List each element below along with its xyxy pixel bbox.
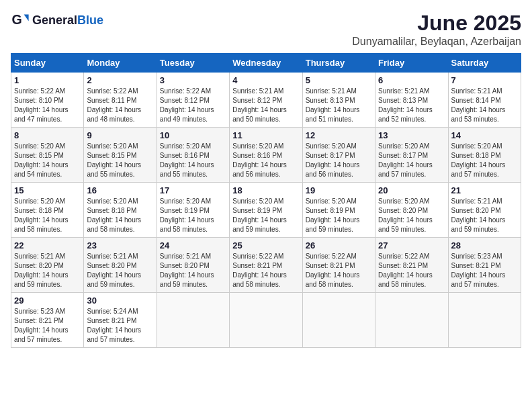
- calendar-header-row: Sunday Monday Tuesday Wednesday Thursday…: [11, 54, 521, 73]
- table-row: [448, 293, 521, 348]
- daylight-text: Daylight: 14 hours and 58 minutes.: [160, 216, 214, 233]
- sunrise-text: Sunrise: 5:22 AM: [306, 253, 357, 260]
- sunrise-text: Sunrise: 5:23 AM: [14, 308, 65, 315]
- day-number: 16: [87, 185, 153, 195]
- sunset-text: Sunset: 8:16 PM: [160, 152, 210, 159]
- sunset-text: Sunset: 8:17 PM: [378, 152, 428, 159]
- sunset-text: Sunset: 8:21 PM: [378, 262, 428, 269]
- sunrise-text: Sunrise: 5:20 AM: [160, 142, 211, 150]
- day-number: 17: [160, 185, 226, 195]
- table-row: 3 Sunrise: 5:22 AM Sunset: 8:12 PM Dayli…: [157, 73, 229, 128]
- day-info: Sunrise: 5:21 AM Sunset: 8:20 PM Dayligh…: [160, 252, 226, 289]
- table-row: [375, 293, 448, 348]
- table-row: 26 Sunrise: 5:22 AM Sunset: 8:21 PM Dayl…: [302, 238, 375, 293]
- sunrise-text: Sunrise: 5:21 AM: [14, 253, 65, 260]
- table-row: 25 Sunrise: 5:22 AM Sunset: 8:21 PM Dayl…: [230, 238, 302, 293]
- sunset-text: Sunset: 8:12 PM: [232, 97, 282, 104]
- day-number: 11: [232, 130, 299, 140]
- table-row: 19 Sunrise: 5:20 AM Sunset: 8:19 PM Dayl…: [302, 183, 375, 238]
- daylight-text: Daylight: 14 hours and 58 minutes.: [378, 271, 433, 288]
- day-info: Sunrise: 5:20 AM Sunset: 8:17 PM Dayligh…: [306, 142, 372, 179]
- sunrise-text: Sunrise: 5:22 AM: [87, 87, 138, 95]
- sunset-text: Sunset: 8:13 PM: [378, 97, 428, 104]
- sunrise-text: Sunrise: 5:20 AM: [378, 197, 429, 205]
- sunset-text: Sunset: 8:12 PM: [160, 97, 210, 104]
- svg-marker-1: [24, 15, 29, 21]
- sunrise-text: Sunrise: 5:22 AM: [14, 87, 65, 95]
- day-info: Sunrise: 5:20 AM Sunset: 8:20 PM Dayligh…: [378, 197, 445, 234]
- day-info: Sunrise: 5:20 AM Sunset: 8:15 PM Dayligh…: [87, 142, 153, 179]
- calendar-week-row: 15 Sunrise: 5:20 AM Sunset: 8:18 PM Dayl…: [11, 183, 521, 238]
- sunset-text: Sunset: 8:10 PM: [14, 97, 64, 104]
- table-row: 30 Sunrise: 5:24 AM Sunset: 8:21 PM Dayl…: [84, 293, 157, 348]
- table-row: 18 Sunrise: 5:20 AM Sunset: 8:19 PM Dayl…: [230, 183, 302, 238]
- day-number: 3: [160, 75, 226, 85]
- table-row: 5 Sunrise: 5:21 AM Sunset: 8:13 PM Dayli…: [302, 73, 375, 128]
- sunrise-text: Sunrise: 5:24 AM: [87, 308, 138, 315]
- sunrise-text: Sunrise: 5:21 AM: [451, 87, 502, 95]
- logo: G GeneralBlue: [11, 11, 103, 30]
- daylight-text: Daylight: 14 hours and 59 minutes.: [160, 271, 214, 288]
- day-info: Sunrise: 5:21 AM Sunset: 8:20 PM Dayligh…: [451, 197, 518, 234]
- sunset-text: Sunset: 8:20 PM: [14, 262, 64, 269]
- sunrise-text: Sunrise: 5:20 AM: [306, 197, 357, 205]
- sunrise-text: Sunrise: 5:20 AM: [87, 142, 138, 150]
- day-info: Sunrise: 5:21 AM Sunset: 8:13 PM Dayligh…: [306, 87, 372, 124]
- day-info: Sunrise: 5:23 AM Sunset: 8:21 PM Dayligh…: [14, 307, 81, 345]
- daylight-text: Daylight: 14 hours and 54 minutes.: [14, 161, 69, 178]
- sunset-text: Sunset: 8:20 PM: [451, 207, 501, 214]
- header-wednesday: Wednesday: [230, 54, 302, 73]
- day-number: 22: [14, 240, 81, 250]
- daylight-text: Daylight: 14 hours and 50 minutes.: [232, 106, 287, 123]
- daylight-text: Daylight: 14 hours and 59 minutes.: [378, 216, 433, 233]
- day-number: 26: [306, 240, 372, 250]
- daylight-text: Daylight: 14 hours and 57 minutes.: [451, 161, 506, 178]
- day-info: Sunrise: 5:22 AM Sunset: 8:21 PM Dayligh…: [306, 252, 372, 289]
- table-row: 17 Sunrise: 5:20 AM Sunset: 8:19 PM Dayl…: [157, 183, 229, 238]
- header-monday: Monday: [84, 54, 157, 73]
- day-number: 24: [160, 240, 226, 250]
- month-title: June 2025: [352, 11, 521, 36]
- sunrise-text: Sunrise: 5:21 AM: [378, 87, 429, 95]
- day-number: 28: [451, 240, 518, 250]
- table-row: 9 Sunrise: 5:20 AM Sunset: 8:15 PM Dayli…: [84, 128, 157, 183]
- day-number: 7: [451, 75, 518, 85]
- day-number: 13: [378, 130, 445, 140]
- day-info: Sunrise: 5:21 AM Sunset: 8:20 PM Dayligh…: [14, 252, 81, 289]
- day-number: 8: [14, 130, 81, 140]
- day-number: 6: [378, 75, 445, 85]
- day-info: Sunrise: 5:20 AM Sunset: 8:18 PM Dayligh…: [87, 197, 153, 234]
- day-number: 10: [160, 130, 226, 140]
- calendar-week-row: 22 Sunrise: 5:21 AM Sunset: 8:20 PM Dayl…: [11, 238, 521, 293]
- sunset-text: Sunset: 8:18 PM: [87, 207, 136, 214]
- sunrise-text: Sunrise: 5:20 AM: [160, 197, 211, 205]
- day-number: 1: [14, 75, 81, 85]
- sunrise-text: Sunrise: 5:21 AM: [87, 253, 138, 260]
- header-saturday: Saturday: [448, 54, 521, 73]
- calendar-week-row: 8 Sunrise: 5:20 AM Sunset: 8:15 PM Dayli…: [11, 128, 521, 183]
- daylight-text: Daylight: 14 hours and 57 minutes.: [87, 326, 141, 343]
- day-info: Sunrise: 5:24 AM Sunset: 8:21 PM Dayligh…: [87, 307, 153, 345]
- table-row: 4 Sunrise: 5:21 AM Sunset: 8:12 PM Dayli…: [230, 73, 302, 128]
- daylight-text: Daylight: 14 hours and 53 minutes.: [451, 106, 506, 123]
- sunrise-text: Sunrise: 5:22 AM: [378, 253, 429, 260]
- day-info: Sunrise: 5:20 AM Sunset: 8:19 PM Dayligh…: [232, 197, 299, 234]
- sunset-text: Sunset: 8:15 PM: [14, 152, 64, 159]
- table-row: 7 Sunrise: 5:21 AM Sunset: 8:14 PM Dayli…: [448, 73, 521, 128]
- day-number: 14: [451, 130, 518, 140]
- sunrise-text: Sunrise: 5:20 AM: [232, 142, 283, 150]
- daylight-text: Daylight: 14 hours and 55 minutes.: [160, 161, 214, 178]
- daylight-text: Daylight: 14 hours and 52 minutes.: [378, 106, 433, 123]
- table-row: 22 Sunrise: 5:21 AM Sunset: 8:20 PM Dayl…: [11, 238, 84, 293]
- sunset-text: Sunset: 8:15 PM: [87, 152, 136, 159]
- day-number: 20: [378, 185, 445, 195]
- day-info: Sunrise: 5:20 AM Sunset: 8:15 PM Dayligh…: [14, 142, 81, 179]
- sunset-text: Sunset: 8:20 PM: [87, 262, 136, 269]
- table-row: 28 Sunrise: 5:23 AM Sunset: 8:21 PM Dayl…: [448, 238, 521, 293]
- logo-text: GeneralBlue: [32, 13, 103, 28]
- header-sunday: Sunday: [11, 54, 84, 73]
- sunset-text: Sunset: 8:19 PM: [160, 207, 210, 214]
- table-row: [230, 293, 302, 348]
- day-info: Sunrise: 5:21 AM Sunset: 8:12 PM Dayligh…: [232, 87, 299, 124]
- day-number: 9: [87, 130, 153, 140]
